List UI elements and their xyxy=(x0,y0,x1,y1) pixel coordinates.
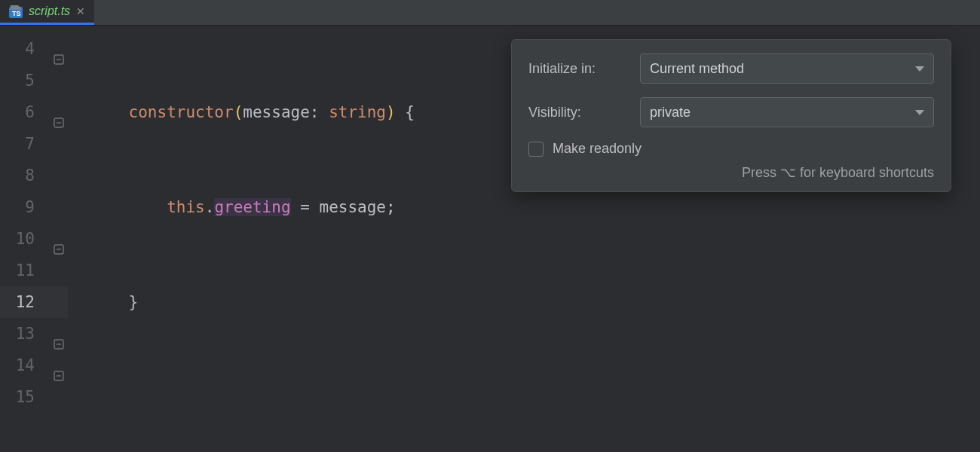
code-line: } xyxy=(68,286,980,318)
chevron-down-icon xyxy=(915,110,924,115)
line-number: 15 xyxy=(0,381,50,413)
line-number-gutter: 456789101112131415 xyxy=(0,26,50,452)
initialize-in-value: Current method xyxy=(650,61,744,77)
make-readonly-row: Make readonly xyxy=(528,141,934,157)
line-number: 9 xyxy=(0,191,50,223)
svg-text:TS: TS xyxy=(12,10,21,17)
fold-marker[interactable] xyxy=(50,223,68,255)
fold-marker[interactable] xyxy=(50,350,68,381)
line-number: 13 xyxy=(0,318,50,350)
line-number: 4 xyxy=(0,33,50,65)
initialize-in-row: Initialize in: Current method xyxy=(528,53,934,84)
line-number: 8 xyxy=(0,160,50,191)
line-number: 14 xyxy=(0,350,50,381)
make-readonly-checkbox[interactable] xyxy=(528,142,544,157)
tab-filename: script.ts xyxy=(29,5,70,18)
chevron-down-icon xyxy=(915,66,924,72)
make-readonly-label: Make readonly xyxy=(553,141,642,157)
fold-marker[interactable] xyxy=(50,33,68,65)
line-number: 6 xyxy=(0,96,50,128)
code-line: this.greeting = message; xyxy=(68,191,980,223)
line-number: 7 xyxy=(0,128,50,160)
fold-minus-icon xyxy=(54,360,64,371)
typescript-file-icon: TS xyxy=(9,5,23,18)
close-icon[interactable]: ✕ xyxy=(76,5,85,17)
visibility-select[interactable]: private xyxy=(640,97,934,127)
initialize-in-label: Initialize in: xyxy=(528,61,626,77)
visibility-label: Visibility: xyxy=(528,105,626,121)
visibility-value: private xyxy=(650,105,691,121)
line-number: 12 xyxy=(0,286,50,318)
line-number: 5 xyxy=(0,65,50,96)
fold-minus-icon xyxy=(54,234,64,244)
fold-marker[interactable] xyxy=(50,96,68,128)
tab-bar: TS script.ts ✕ xyxy=(0,0,980,26)
fold-minus-icon xyxy=(54,328,64,339)
introduce-field-popup: Initialize in: Current method Visibility… xyxy=(511,39,951,192)
visibility-row: Visibility: private xyxy=(528,97,934,127)
fold-minus-icon xyxy=(54,107,64,118)
line-number: 10 xyxy=(0,223,50,255)
file-tab[interactable]: TS script.ts ✕ xyxy=(0,0,94,25)
initialize-in-select[interactable]: Current method xyxy=(640,53,934,84)
fold-column xyxy=(50,26,68,452)
fold-marker[interactable] xyxy=(50,318,68,350)
keyboard-shortcut-hint: Press ⌥ for keyboard shortcuts xyxy=(528,164,934,181)
line-number: 11 xyxy=(0,255,50,286)
fold-minus-icon xyxy=(54,44,64,54)
code-line xyxy=(68,381,980,413)
